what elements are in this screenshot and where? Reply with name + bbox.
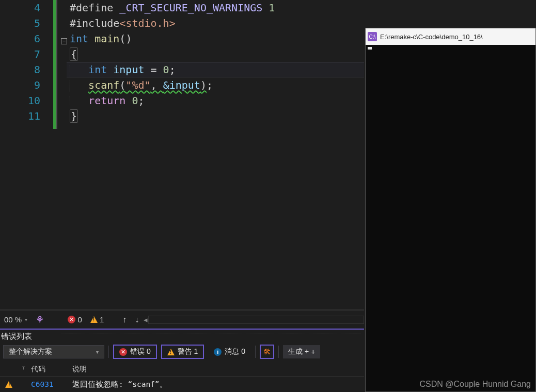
line-number-gutter: 4 5 6 7 8 9 10 11: [0, 0, 45, 124]
grid-col-code[interactable]: 代码: [29, 365, 70, 374]
number-literal: 0: [163, 63, 169, 76]
next-issue-button[interactable]: ↓: [131, 311, 143, 329]
line-number: 11: [0, 108, 45, 124]
line-number: 8: [0, 62, 45, 77]
console-icon: C:\: [368, 32, 377, 41]
live-share-icon[interactable]: ⚘: [31, 311, 48, 329]
directive: #define: [70, 2, 113, 14]
error-count[interactable]: ✕ 0: [64, 311, 86, 329]
build-intellisense-dropdown[interactable]: 生成 +: [283, 345, 320, 358]
open-brace: {: [70, 47, 78, 61]
scope-dropdown[interactable]: 整个解决方案: [3, 345, 104, 358]
line-number: 5: [0, 15, 45, 31]
divider: [108, 346, 109, 358]
warning-icon: [5, 381, 12, 388]
divider: [278, 346, 279, 358]
funnel-icon: 🛠: [263, 348, 271, 356]
error-description: 返回值被忽略: “scanf”。: [70, 380, 364, 389]
console-title-text: E:\remake-c\C-code\demo_10_16\: [380, 33, 483, 41]
warnings-filter-button[interactable]: 警告 1: [161, 345, 204, 359]
error-row[interactable]: C6031 返回值被忽略: “scanf”。: [0, 377, 364, 392]
argument: &input: [163, 79, 200, 91]
info-icon: i: [214, 348, 222, 356]
directive: #include: [70, 17, 119, 29]
panel-title: 错误列表: [1, 332, 32, 341]
messages-filter-button[interactable]: i消息 0: [208, 345, 251, 359]
grid-col-collapse[interactable]: ᵀ: [18, 365, 29, 373]
line-number: 6: [0, 31, 45, 46]
error-code-link[interactable]: C6031: [29, 380, 70, 388]
line-number: 9: [0, 77, 45, 93]
line-number: 10: [0, 93, 45, 108]
change-margin: [53, 0, 56, 129]
include-header: <stdio.h>: [119, 17, 175, 29]
scroll-left-arrow-icon[interactable]: ◂: [143, 315, 148, 324]
type-keyword: int: [70, 32, 88, 45]
return-keyword: return: [88, 94, 125, 107]
line-number: 4: [0, 0, 45, 15]
code-editor[interactable]: 4 5 6 7 8 9 10 11 − #define _CRT_SECURE_…: [0, 0, 364, 310]
variable: input: [113, 63, 144, 76]
error-icon: ✕: [119, 348, 127, 356]
error-list-panel: 错误列表 整个解决方案 ✕错误 0 警告 1 i消息 0 🛠 生成 + ᵀ 代码…: [0, 329, 364, 392]
error-grid-header: ᵀ 代码 说明: [0, 362, 364, 377]
operator: =: [144, 63, 163, 76]
editor-status-bar: 00 % ⚘ ✕ 0 1 ↑ ↓ ◂: [0, 310, 364, 329]
macro-name: _CRT_SECURE_NO_WARNINGS: [119, 2, 262, 14]
function-name: main: [94, 32, 119, 45]
format-string: "%d": [125, 79, 150, 91]
horizontal-scrollbar[interactable]: ◂: [143, 315, 364, 324]
filter-button[interactable]: 🛠: [260, 345, 274, 359]
fold-toggle-icon[interactable]: −: [61, 38, 67, 44]
errors-filter-button[interactable]: ✕错误 0: [113, 345, 157, 359]
divider: [255, 346, 256, 358]
line-number: 7: [0, 46, 45, 62]
watermark: CSDN @Couple Hunnid Gang: [420, 380, 531, 389]
close-brace: }: [70, 109, 78, 123]
code-content[interactable]: #define _CRT_SECURE_NO_WARNINGS 1 #inclu…: [70, 0, 275, 124]
console-cursor: [368, 47, 372, 50]
console-window[interactable]: C:\ E:\remake-c\C-code\demo_10_16\: [365, 28, 536, 392]
console-titlebar[interactable]: C:\ E:\remake-c\C-code\demo_10_16\: [366, 28, 535, 45]
type-keyword: int: [88, 63, 107, 76]
function-call: scanf: [88, 79, 119, 91]
prev-issue-button[interactable]: ↑: [118, 311, 131, 329]
console-output[interactable]: [366, 45, 535, 58]
zoom-dropdown[interactable]: 00 %: [0, 311, 31, 329]
warning-count[interactable]: 1: [86, 311, 108, 329]
number-literal: 0: [132, 94, 138, 107]
warning-icon: [167, 349, 175, 355]
grid-col-description[interactable]: 说明: [70, 365, 364, 374]
outline-margin: [56, 0, 57, 129]
macro-value: 1: [269, 2, 275, 14]
error-icon: ✕: [68, 316, 75, 323]
warning-icon: [90, 316, 98, 323]
